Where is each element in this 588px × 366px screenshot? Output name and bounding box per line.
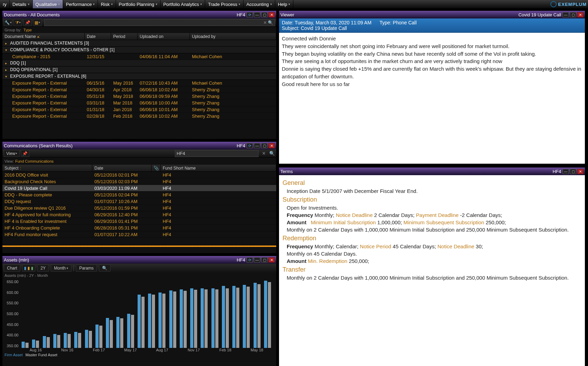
documents-column-header: Document Name▴: Date Period Uploaded on … <box>2 33 276 40</box>
minimize-button[interactable]: — <box>563 12 569 17</box>
comm-row[interactable]: HF4 Fund monitor request01/07/2017 10:22… <box>2 231 276 238</box>
col-attachment-icon[interactable]: 📎 <box>152 165 161 171</box>
communications-toolbar: View▾ 📌 HF4 ✕ 🔍 <box>2 149 276 158</box>
viewer-type: Phone Call <box>393 20 417 25</box>
search-icon[interactable]: 🔍 <box>268 20 273 25</box>
minimize-button[interactable]: — <box>563 169 569 174</box>
tool-filter-icon[interactable]: ⧩▾ <box>14 19 22 26</box>
chart-mode-button[interactable]: Chart <box>4 265 20 272</box>
comm-row[interactable]: HF 4 is Enabled for investment06/29/2016… <box>2 218 276 225</box>
bar <box>47 337 50 348</box>
menu-risk[interactable]: Risk▾ <box>98 0 116 8</box>
communications-fund-tag: HF4 <box>237 143 245 148</box>
documents-header: Documents - All Documents HF4 ⟳ — ▢ ✕ <box>2 11 276 18</box>
doc-group[interactable]: ▸DDQ [1] <box>2 60 276 67</box>
maximize-button[interactable]: ▢ <box>261 143 268 148</box>
bar-pair <box>252 283 262 348</box>
menu-details[interactable]: Details▾ <box>10 0 33 8</box>
terms-transfer-summary: Monthly on 2 Calendar Days with 1,000,00… <box>287 275 581 281</box>
close-button[interactable]: ✕ <box>577 12 583 17</box>
doc-row[interactable]: Exposure Report - External06/15/16May 20… <box>2 80 276 86</box>
menu-qualitative[interactable]: Qualitative▾ <box>33 0 63 8</box>
comm-row[interactable]: Due Diligence review Q1 201605/12/2016 0… <box>2 205 276 211</box>
doc-group[interactable]: ▾Compliance & Policy Documents - Other [… <box>2 47 276 53</box>
doc-row[interactable]: Exposure Report - External05/31/18May 20… <box>2 93 276 100</box>
menu-accounting[interactable]: Accounting▾ <box>243 0 275 8</box>
comm-row[interactable]: HF 4 Onboarding Complete06/28/2016 05:31… <box>2 225 276 231</box>
doc-row[interactable]: Exposure Report - External02/28/18Feb 20… <box>2 113 276 119</box>
close-button[interactable]: ✕ <box>577 169 583 174</box>
bar <box>106 318 109 348</box>
terms-panel: Terms HF4 — ▢ ✕ General Inception Date 5… <box>279 167 585 366</box>
doc-row[interactable]: Compliance - 201512/31/1504/06/16 11:04 … <box>2 53 276 60</box>
doc-row[interactable]: Exposure Report - External01/31/18Jan 20… <box>2 106 276 113</box>
minimize-button[interactable]: — <box>254 257 260 263</box>
bar-pair <box>30 340 41 348</box>
menu-performance[interactable]: Performance▾ <box>63 0 98 8</box>
close-button[interactable]: ✕ <box>269 257 275 263</box>
doc-row[interactable]: Exposure Report - External03/31/18Mar 20… <box>2 100 276 106</box>
comm-row[interactable]: Background Check Notes05/12/2016 02:03 P… <box>2 178 276 185</box>
close-button[interactable]: ✕ <box>269 143 275 148</box>
doc-row[interactable]: Exposure Report - External04/30/18Apr 20… <box>2 86 276 93</box>
close-button[interactable]: ✕ <box>269 12 275 17</box>
menu-portfolio-planning[interactable]: Portfolio Planning▾ <box>116 0 161 8</box>
col-document-name[interactable]: Document Name▴: <box>2 33 85 40</box>
terms-title: Terms <box>280 169 552 174</box>
maximize-button[interactable]: ▢ <box>261 12 268 17</box>
maximize-button[interactable]: ▢ <box>570 12 576 17</box>
communications-title: Communications (Search Results) <box>4 143 237 148</box>
chart-x-axis: Aug 16Nov 16Feb 17May 17Aug 17Nov 17Feb … <box>20 348 273 352</box>
col-date[interactable]: Date <box>85 33 111 40</box>
col-fund-short-name[interactable]: Fund Short Name <box>161 165 276 171</box>
col-period[interactable]: Period <box>111 33 138 40</box>
col-date[interactable]: Date <box>92 165 152 171</box>
search-icon[interactable]: 🔍 <box>269 151 275 156</box>
chart-bars-icon[interactable]: ▮▮▮ <box>22 265 35 272</box>
maximize-button[interactable]: ▢ <box>570 169 576 174</box>
doc-group[interactable]: ▾Exposure Report - External [6] <box>2 73 276 80</box>
magnify-icon[interactable]: 🔍 <box>99 265 110 272</box>
col-subject[interactable]: Subject: <box>2 165 92 171</box>
comm-row[interactable]: DDQ request01/07/2017 10:26 AMHF4 <box>2 198 276 205</box>
communications-view-value[interactable]: Fund Communications <box>15 159 54 163</box>
tool-pin-icon[interactable]: 📌 <box>21 150 29 157</box>
terms-sub-freq-line: Frequency Monthly; Notice Deadline 2 Cal… <box>287 212 581 218</box>
menu-trade-process[interactable]: Trade Process▾ <box>205 0 243 8</box>
xtick: Nov 16 <box>52 348 83 352</box>
tool-wrench-icon[interactable]: 🔧▾ <box>4 19 12 26</box>
period-month-button[interactable]: Month▾ <box>51 265 71 272</box>
tool-pin-icon[interactable]: 📌 <box>23 19 32 26</box>
minimize-button[interactable]: — <box>254 12 260 17</box>
col-uploaded-on[interactable]: Uploaded on <box>138 33 190 40</box>
bar <box>268 282 271 348</box>
clear-icon[interactable]: ✕ <box>263 20 267 25</box>
comm-row[interactable]: DDQ - Please complete05/12/2016 02:04 PM… <box>2 192 276 198</box>
refresh-button[interactable]: ⟳ <box>247 12 253 17</box>
documents-search-input[interactable]: ✕ 🔍 <box>44 19 275 26</box>
menu-portfolio-analytics[interactable]: Portfolio Analytics▾ <box>161 0 206 8</box>
tool-grid-icon[interactable]: ▦▾ <box>33 19 41 26</box>
clear-icon[interactable]: ✕ <box>262 151 266 156</box>
range-2y-button[interactable]: 2Y <box>37 265 49 272</box>
doc-group[interactable]: ▸DDQ Operational [1] <box>2 67 276 73</box>
minimize-button[interactable]: — <box>254 143 260 148</box>
comm-row[interactable]: HF 4 Approved for full monitoring06/29/2… <box>2 211 276 218</box>
bar <box>158 293 162 348</box>
refresh-button[interactable]: ⟳ <box>247 143 253 148</box>
maximize-button[interactable]: ▢ <box>261 257 268 263</box>
menu-help[interactable]: Help▾ <box>275 0 294 8</box>
params-button[interactable]: Params <box>76 265 96 272</box>
ytick: 500.00 <box>3 312 18 316</box>
brand-swirl-icon <box>550 1 557 7</box>
comm-row[interactable]: Covid 19 Update Call03/03/2020 11:09 AMH… <box>2 185 276 192</box>
refresh-button[interactable]: ⟳ <box>247 257 253 263</box>
menu-ry[interactable]: ry <box>0 0 10 8</box>
view-button[interactable]: View▾ <box>4 150 20 157</box>
groupby-value[interactable]: Type <box>23 28 32 32</box>
communications-filter-input[interactable]: HF4 <box>175 150 258 157</box>
col-uploaded-by[interactable]: Uploaded by <box>190 33 276 40</box>
doc-group[interactable]: ▸Audited Financial Statements [3] <box>2 40 276 47</box>
comm-row[interactable]: 2016 DDQ Office visit05/12/2016 02:01 PM… <box>2 172 276 178</box>
bar <box>99 326 102 348</box>
